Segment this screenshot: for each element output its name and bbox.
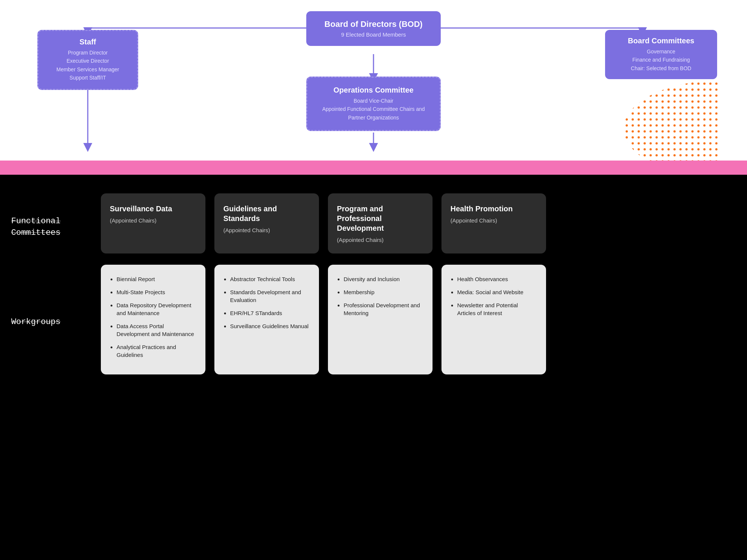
- func-card-program-subtitle: (Appointed Chairs): [337, 237, 424, 243]
- top-section: Board of Directors (BOD) 9 Elected Board…: [0, 0, 747, 161]
- wg-list-guidelines: Abstractor Technical Tools Standards Dev…: [223, 275, 310, 330]
- list-item: Professional Development and Mentoring: [344, 301, 424, 317]
- board-committees-subtitle: GovernanceFinance and FundraisingChair: …: [613, 47, 710, 72]
- ops-title: Operations Committee: [319, 86, 428, 94]
- ops-subtitle: Board Vice-ChairAppointed Functional Com…: [319, 97, 428, 122]
- list-item: Multi-State Projects: [117, 288, 196, 296]
- staff-box: Staff Program DirectorExecutive Director…: [37, 30, 138, 90]
- wg-card-guidelines: Abstractor Technical Tools Standards Dev…: [214, 265, 319, 374]
- list-item: Health Observances: [457, 275, 537, 283]
- bottom-section: FunctionalCommittees Workgroups Surveill…: [0, 175, 747, 397]
- func-card-surveillance: Surveillance Data (Appointed Chairs): [101, 193, 205, 253]
- pink-bar: [0, 161, 747, 175]
- functional-committees-label: FunctionalCommittees: [11, 216, 71, 239]
- list-item: Analytical Practices and Guidelines: [117, 343, 196, 359]
- wg-card-program: Diversity and Inclusion Membership Profe…: [328, 265, 433, 374]
- workgroups-row: Biennial Report Multi-State Projects Dat…: [101, 265, 725, 374]
- func-card-health-title: Health Promotion: [450, 204, 537, 214]
- wg-list-program: Diversity and Inclusion Membership Profe…: [337, 275, 424, 317]
- func-card-program: Program and Professional Development (Ap…: [328, 193, 433, 253]
- func-card-health: Health Promotion (Appointed Chairs): [441, 193, 546, 253]
- list-item: Biennial Report: [117, 275, 196, 283]
- staff-subtitle: Program DirectorExecutive DirectorMember…: [46, 49, 130, 82]
- bod-title: Board of Directors (BOD): [317, 19, 430, 29]
- list-item: Newsletter and Potential Articles of Int…: [457, 301, 537, 317]
- func-card-guidelines-title: Guidelines and Standards: [223, 204, 310, 223]
- list-item: Data Repository Development and Maintena…: [117, 301, 196, 317]
- func-card-program-title: Program and Professional Development: [337, 204, 424, 233]
- ops-box: Operations Committee Board Vice-ChairApp…: [306, 77, 441, 131]
- func-card-guidelines-subtitle: (Appointed Chairs): [223, 227, 310, 233]
- func-card-guidelines: Guidelines and Standards (Appointed Chai…: [214, 193, 319, 253]
- bod-box: Board of Directors (BOD) 9 Elected Board…: [306, 11, 441, 46]
- staff-title: Staff: [46, 38, 130, 46]
- bod-subtitle: 9 Elected Board Members: [317, 31, 430, 38]
- func-card-health-subtitle: (Appointed Chairs): [450, 217, 537, 224]
- list-item: Data Access Portal Development and Maint…: [117, 322, 196, 338]
- func-card-surveillance-subtitle: (Appointed Chairs): [110, 217, 196, 224]
- wg-card-health: Health Observances Media: Social and Web…: [441, 265, 546, 374]
- list-item: Surveillance Guidelines Manual: [230, 322, 310, 330]
- list-item: EHR/HL7 STandards: [230, 309, 310, 317]
- list-item: Diversity and Inclusion: [344, 275, 424, 283]
- list-item: Abstractor Technical Tools: [230, 275, 310, 283]
- functional-committees-row: Surveillance Data (Appointed Chairs) Gui…: [101, 193, 725, 253]
- board-committees-box: Board Committees GovernanceFinance and F…: [605, 30, 717, 79]
- wg-list-health: Health Observances Media: Social and Web…: [450, 275, 537, 317]
- main-container: Board of Directors (BOD) 9 Elected Board…: [0, 0, 747, 560]
- wg-card-surveillance: Biennial Report Multi-State Projects Dat…: [101, 265, 205, 374]
- workgroups-label: Workgroups: [11, 317, 71, 328]
- list-item: Standards Development and Evaluation: [230, 288, 310, 304]
- func-card-surveillance-title: Surveillance Data: [110, 204, 196, 214]
- list-item: Media: Social and Website: [457, 288, 537, 296]
- board-committees-title: Board Committees: [613, 37, 710, 45]
- list-item: Membership: [344, 288, 424, 296]
- wg-list-surveillance: Biennial Report Multi-State Projects Dat…: [110, 275, 196, 359]
